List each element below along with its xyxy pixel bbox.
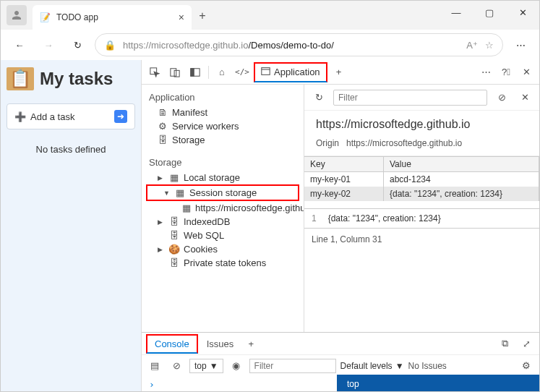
grid-icon: ▦ — [175, 187, 185, 198]
url-host: https://microsoftedge.github.io — [123, 40, 248, 51]
tab-title: TODO app — [56, 12, 173, 22]
welcome-icon[interactable]: ⌂ — [213, 64, 231, 81]
chevron-right-icon: ▶ — [158, 218, 165, 226]
database-icon: 🗄 — [169, 216, 179, 227]
section-storage: Storage — [142, 154, 304, 171]
add-task-button[interactable]: ➕Add a task ➜ — [7, 103, 135, 129]
application-icon — [261, 67, 270, 78]
gears-icon: ⚙ — [158, 121, 168, 132]
clipboard-icon: 📋 — [7, 67, 34, 90]
col-value[interactable]: Value — [384, 157, 539, 171]
sidebar-item-service-workers[interactable]: ⚙Service workers — [142, 119, 304, 133]
origin-title: https://microsoftedge.github.io — [316, 118, 528, 131]
help-icon[interactable]: ?⃝ — [497, 64, 515, 81]
close-devtools-button[interactable]: ✕ — [518, 64, 535, 81]
more-tabs-button[interactable]: + — [330, 64, 348, 81]
tab-favicon: 📝 — [40, 12, 51, 22]
svg-rect-5 — [262, 67, 270, 74]
context-selector[interactable]: top▼ — [189, 359, 223, 373]
svg-rect-4 — [191, 68, 194, 76]
origin-value: https://microsoftedge.github.io — [346, 138, 462, 148]
url-path: /Demos/demo-to-do/ — [248, 40, 334, 51]
reader-icon[interactable]: A⁺ — [466, 40, 478, 51]
sidebar-item-websql[interactable]: 🗄Web SQL — [142, 229, 304, 242]
inspect-icon[interactable] — [146, 64, 163, 81]
close-tab-icon[interactable]: × — [179, 12, 184, 23]
grid-icon: ▦ — [169, 172, 179, 183]
add-drawer-tab-button[interactable]: + — [242, 335, 260, 352]
submit-icon[interactable]: ➜ — [114, 110, 127, 123]
section-application: Application — [142, 89, 304, 106]
forward-button: → — [37, 33, 60, 56]
console-sidebar-icon[interactable]: ▤ — [146, 357, 163, 375]
refresh-button[interactable]: ↻ — [66, 33, 89, 56]
chevron-right-icon: ▶ — [158, 174, 165, 182]
clear-console-icon[interactable]: ⊘ — [168, 357, 185, 375]
table-row[interactable]: my-key-02 {data: "1234", creation: 1234} — [304, 187, 539, 201]
filter-input[interactable] — [333, 90, 487, 106]
console-filter-input[interactable] — [249, 359, 336, 373]
back-button[interactable]: ← — [8, 33, 31, 56]
tab-application[interactable]: Application — [254, 62, 327, 82]
col-key[interactable]: Key — [304, 157, 384, 171]
browser-tab[interactable]: 📝 TODO app × — [33, 5, 192, 30]
sidebar-item-manifest[interactable]: 🗎Manifest — [142, 106, 304, 119]
more-tools-button[interactable]: ⋯ — [477, 64, 494, 81]
cookie-icon: 🍪 — [169, 244, 179, 255]
sidebar-item-local-storage[interactable]: ▶▦Local storage — [142, 171, 304, 184]
elements-icon[interactable]: </> — [233, 64, 251, 81]
application-sidebar: Application 🗎Manifest ⚙Service workers 🗄… — [142, 85, 304, 332]
address-bar[interactable]: 🔒 https://microsoftedge.github.io/Demos/… — [95, 33, 503, 56]
grid-icon: ▦ — [182, 203, 191, 213]
webpage-pane: 📋My tasks ➕Add a task ➜ No tasks defined — [1, 60, 142, 392]
clear-icon[interactable]: ⊘ — [493, 89, 510, 106]
sidebar-item-indexeddb[interactable]: ▶🗄IndexedDB — [142, 215, 304, 229]
profile-avatar[interactable] — [7, 5, 27, 25]
chevron-down-icon: ▼ — [210, 361, 218, 371]
storage-table: Key Value my-key-01 abcd-1234 my-key-02 … — [304, 156, 539, 201]
value-preview: 1 {data: "1234", creation: 1234} — [304, 208, 539, 228]
database-icon: 🗄 — [169, 257, 179, 268]
database-icon: 🗄 — [169, 230, 179, 241]
database-icon: 🗄 — [158, 135, 168, 145]
sidebar-item-private-tokens[interactable]: 🗄Private state tokens — [142, 256, 304, 270]
page-title: 📋My tasks — [7, 67, 135, 90]
sidebar-item-origin[interactable]: ▦https://microsoftedge.github.io — [142, 201, 304, 215]
delete-icon[interactable]: ✕ — [516, 89, 533, 106]
favorite-icon[interactable]: ☆ — [485, 40, 494, 51]
settings-menu-button[interactable]: ⋯ — [509, 33, 532, 56]
chevron-down-icon: ▼ — [163, 189, 171, 197]
sidebar-item-session-storage[interactable]: ▼▦Session storage — [146, 184, 299, 201]
drawer-icon[interactable]: ⧉ — [496, 335, 513, 352]
no-tasks-label: No tasks defined — [7, 144, 135, 155]
drawer-tab-issues[interactable]: Issues — [200, 336, 241, 352]
refresh-icon[interactable]: ↻ — [310, 89, 327, 106]
drawer-tab-console[interactable]: Console — [146, 334, 198, 354]
devtools-pane: ⌂ </> Application + ⋯ ?⃝ ✕ Application 🗎… — [142, 60, 539, 392]
sidebar-item-storage[interactable]: 🗄Storage — [142, 133, 304, 147]
new-tab-button[interactable]: + — [192, 5, 213, 27]
maximize-button[interactable]: ▢ — [473, 1, 506, 24]
chevron-right-icon: ▶ — [158, 246, 165, 253]
log-levels-selector[interactable]: Default levels▼ — [340, 361, 404, 371]
no-issues-label: No Issues — [408, 361, 447, 371]
context-menu[interactable]: top microsoftedge.github.io — [337, 375, 540, 392]
lock-icon: 🔒 — [104, 40, 116, 51]
sidebar-item-cookies[interactable]: ▶🍪Cookies — [142, 242, 304, 256]
context-menu-item[interactable]: top — [347, 378, 540, 391]
dock-icon[interactable] — [187, 64, 204, 81]
expand-icon[interactable]: ⤢ — [518, 335, 535, 352]
minimize-button[interactable]: — — [440, 1, 473, 24]
svg-rect-1 — [171, 68, 176, 76]
live-expression-icon[interactable]: ◉ — [228, 357, 245, 375]
close-window-button[interactable]: ✕ — [506, 1, 539, 24]
table-row[interactable]: my-key-01 abcd-1234 — [304, 172, 539, 187]
console-settings-icon[interactable]: ⚙ — [518, 357, 535, 375]
device-icon[interactable] — [166, 64, 184, 81]
status-line: Line 1, Column 31 — [304, 228, 539, 250]
file-icon: 🗎 — [158, 107, 168, 118]
